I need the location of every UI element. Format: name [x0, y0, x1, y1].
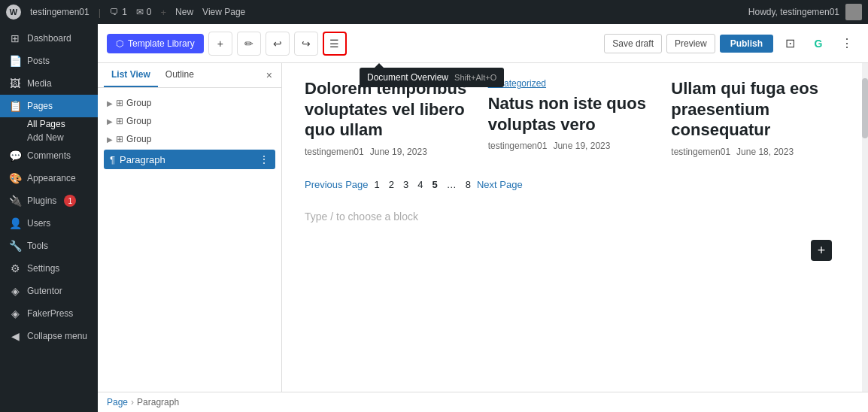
redo-button[interactable]: ↪: [294, 32, 318, 56]
post-meta-3: testingemen01 June 18, 2023: [671, 147, 839, 157]
plugins-badge: 1: [64, 195, 76, 207]
scroll-thumb: [862, 78, 868, 138]
undo-button[interactable]: ↩: [266, 32, 290, 56]
admin-bar: W testingemen01 | 🗨 1 ✉ 0 + New View Pag…: [0, 0, 868, 24]
item-options-icon[interactable]: ⋮: [259, 153, 269, 165]
users-icon: 👤: [9, 217, 21, 229]
next-page-link[interactable]: Next Page: [477, 179, 523, 190]
sidebar-item-appearance[interactable]: 🎨 Appearance: [0, 167, 98, 189]
breadcrumb: Page › Paragraph: [98, 392, 868, 412]
right-scrollbar[interactable]: [862, 63, 868, 392]
main-layout: ⊞ Dashboard 📄 Posts 🖼 Media 📋 Pages All …: [0, 24, 868, 412]
sidebar-item-dashboard[interactable]: ⊞ Dashboard: [0, 27, 98, 50]
add-block-float-button[interactable]: +: [811, 240, 832, 261]
pagination: Previous Page 1 2 3 4 5 … 8 Next Page: [305, 172, 839, 203]
more-icon: ⋮: [841, 36, 853, 50]
template-lib-icon: ⬡: [116, 38, 123, 49]
sidebar-item-pages[interactable]: 📋 Pages: [0, 95, 98, 117]
collapse-icon: ◀: [9, 330, 21, 342]
fakerpress-icon: ◈: [9, 307, 21, 320]
breadcrumb-paragraph: Paragraph: [137, 397, 179, 407]
doc-panel-tabs: List View Outline ×: [98, 63, 281, 88]
comment-count[interactable]: 🗨 1: [110, 7, 127, 17]
arrow-icon-1: ▶: [107, 99, 113, 108]
sidebar-item-fakerpress[interactable]: ◈ FakerPress: [0, 302, 98, 325]
page-num-1[interactable]: 1: [372, 178, 383, 191]
toolbar-right: Save draft Preview Publish ⊡ G ⋮: [604, 32, 859, 56]
redo-icon: ↪: [302, 38, 311, 50]
tab-outline[interactable]: Outline: [158, 63, 202, 87]
editor-area: ⬡ Template Library + ✏ ↩ ↪ ☰ Document Ov…: [98, 24, 868, 412]
page-num-3[interactable]: 3: [400, 178, 411, 191]
media-icon: 🖼: [9, 77, 21, 89]
document-overview-button[interactable]: ☰: [323, 32, 347, 56]
message-count[interactable]: ✉ 0: [136, 7, 152, 17]
paragraph-icon: ¶: [110, 154, 115, 165]
avatar[interactable]: [845, 4, 862, 20]
pages-icon: 📋: [9, 100, 21, 112]
view-toggle-button[interactable]: ⊡: [778, 32, 802, 56]
panel-close-button[interactable]: ×: [263, 66, 275, 84]
save-draft-button[interactable]: Save draft: [604, 34, 662, 53]
document-overview-icon: ☰: [329, 38, 339, 50]
document-panel: List View Outline × ▶ ⊞ Group ▶ ⊞ Group: [98, 63, 282, 392]
tree-item-paragraph[interactable]: ¶ Paragraph ⋮: [104, 150, 275, 169]
more-options-button[interactable]: ⋮: [835, 32, 859, 56]
sidebar-collapse-menu[interactable]: ◀ Collapse menu: [0, 325, 98, 347]
view-page[interactable]: View Page: [202, 7, 245, 17]
prev-page-link[interactable]: Previous Page: [305, 179, 369, 190]
post-title-2: Natus non iste quos voluptas vero: [488, 93, 657, 135]
template-library-button[interactable]: ⬡ Template Library: [107, 34, 204, 53]
sidebar-item-settings[interactable]: ⚙ Settings: [0, 257, 98, 280]
posts-grid: Dolorem temporibus voluptates vel libero…: [305, 78, 839, 157]
tab-list-view[interactable]: List View: [104, 63, 158, 87]
gutentor-icon: ◈: [9, 285, 21, 297]
new-item[interactable]: New: [175, 7, 193, 17]
post-card-2: Uncategorized Natus non iste quos volupt…: [488, 78, 657, 157]
pencil-icon: ✏: [244, 38, 253, 50]
page-num-8[interactable]: 8: [463, 178, 474, 191]
sidebar-item-comments[interactable]: 💬 Comments: [0, 144, 98, 167]
publish-button[interactable]: Publish: [720, 35, 773, 53]
sidebar-item-tools[interactable]: 🔧 Tools: [0, 235, 98, 257]
view-toggle-icon: ⊡: [785, 36, 795, 50]
type-chooser[interactable]: Type / to choose a block: [305, 203, 839, 230]
arrow-icon-2: ▶: [107, 117, 113, 126]
add-block-button[interactable]: +: [208, 32, 232, 56]
posts-icon: 📄: [9, 55, 21, 67]
editor-toolbar: ⬡ Template Library + ✏ ↩ ↪ ☰ Document Ov…: [98, 24, 868, 63]
dashboard-icon: ⊞: [9, 32, 21, 44]
sidebar-item-users[interactable]: 👤 Users: [0, 212, 98, 235]
group-icon-1: ⊞: [116, 98, 123, 108]
wp-logo[interactable]: W: [6, 5, 21, 20]
group-icon-2: ⊞: [116, 116, 123, 126]
page-num-5-current[interactable]: 5: [429, 178, 441, 191]
doc-panel-content: ▶ ⊞ Group ▶ ⊞ Group ▶ ⊞ Group: [98, 88, 281, 392]
sidebar-item-gutentor[interactable]: ◈ Gutentor: [0, 280, 98, 302]
tree-item-group-2[interactable]: ▶ ⊞ Group: [98, 112, 281, 130]
appearance-icon: 🎨: [9, 172, 21, 184]
sidebar-sub-all-pages[interactable]: All Pages: [0, 117, 98, 131]
tree-item-group-3[interactable]: ▶ ⊞ Group: [98, 130, 281, 148]
post-meta-1: testingemen01 June 19, 2023: [305, 147, 473, 157]
post-card-3: Ullam qui fuga eos praesentium consequat…: [671, 78, 839, 157]
page-num-4[interactable]: 4: [414, 178, 426, 191]
editor-body: List View Outline × ▶ ⊞ Group ▶ ⊞ Group: [98, 63, 868, 392]
tooltip-box: Document Overview Shift+Alt+O: [360, 68, 504, 87]
sidebar-item-posts[interactable]: 📄 Posts: [0, 50, 98, 72]
page-num-2[interactable]: 2: [386, 178, 397, 191]
sidebar-sub-add-new[interactable]: Add New: [0, 131, 98, 144]
edit-button[interactable]: ✏: [237, 32, 261, 56]
post-title-3: Ullam qui fuga eos praesentium consequat…: [671, 78, 839, 141]
sidebar-item-media[interactable]: 🖼 Media: [0, 72, 98, 95]
tree-item-group-1[interactable]: ▶ ⊞ Group: [98, 94, 281, 112]
plugins-icon: 🔌: [9, 195, 21, 207]
preview-button[interactable]: Preview: [666, 34, 715, 53]
grammarly-button[interactable]: G: [806, 32, 830, 56]
post-category-2[interactable]: Uncategorized: [488, 78, 657, 89]
breadcrumb-page[interactable]: Page: [107, 397, 128, 407]
tools-icon: 🔧: [9, 240, 21, 252]
site-name[interactable]: testingemen01: [30, 7, 90, 17]
sidebar-item-plugins[interactable]: 🔌 Plugins 1: [0, 189, 98, 212]
content-area: Dolorem temporibus voluptates vel libero…: [282, 63, 862, 392]
